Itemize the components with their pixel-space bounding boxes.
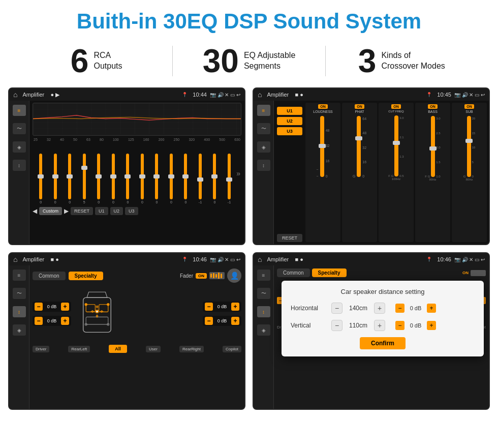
vertical-plus-button[interactable]: + [374, 320, 385, 331]
eq-slider-4[interactable]: 5 [77, 154, 92, 204]
freq-200: 200 [159, 138, 165, 141]
tab-specialty[interactable]: Specialty [69, 272, 103, 280]
freq-500: 500 [219, 138, 225, 141]
eq-slider-3[interactable]: 0 [63, 154, 77, 204]
app-name-1: Amplifier ● ▶ [22, 92, 179, 98]
amp-u2-button[interactable]: U2 [277, 117, 302, 125]
loudness-on-badge[interactable]: ON [318, 104, 328, 109]
dist-db-plus-1[interactable]: + [427, 304, 436, 313]
horizontal-minus-button[interactable]: − [331, 303, 343, 314]
spk-minus-rr[interactable]: − [205, 317, 213, 325]
amp-icon-speaker[interactable]: ◈ [257, 141, 270, 153]
eq-slider-2[interactable]: 0 [48, 154, 63, 204]
dist-icon-wave[interactable]: 〜 [257, 288, 270, 299]
amp-col-sub: ON SUB G 20151050 80Hz [452, 103, 487, 242]
spk-minus-fr[interactable]: − [205, 303, 213, 311]
horizontal-row: Horizontal − 140cm + − 0 dB + [291, 303, 475, 314]
eq-icon-equalizer[interactable]: ≡ [13, 105, 26, 116]
dist-db-plus-2[interactable]: + [427, 321, 436, 330]
spk-plus-fl[interactable]: + [61, 303, 69, 311]
spk-all-button[interactable]: All [109, 345, 127, 353]
eq-slider-7[interactable]: 0 [120, 154, 135, 204]
screen-speaker: ⌂ Amplifier ■ ● 📍 10:46 📷 🔊 ✕ ▭ ↩ ≡ 〜 ↕ … [8, 252, 245, 410]
home-icon-1[interactable]: ⌂ [13, 91, 17, 99]
eq-slider-11[interactable]: 0 [178, 154, 193, 204]
eq-slider-14[interactable]: -1 [222, 154, 237, 204]
spk-icon-arrows[interactable]: ↕ [13, 306, 26, 317]
sub-label: SUB [465, 110, 473, 113]
eq-icon-wave[interactable]: 〜 [13, 123, 26, 134]
eq-u2-button[interactable]: U2 [110, 207, 123, 215]
cutfreq-fader[interactable] [394, 115, 398, 176]
vertical-value: 110cm [346, 322, 371, 329]
home-icon-2[interactable]: ⌂ [258, 91, 262, 99]
fader-on-badge[interactable]: ON [196, 273, 207, 279]
cutfreq-on-badge[interactable]: ON [391, 104, 401, 109]
dist-icon-eq[interactable]: ≡ [257, 270, 270, 281]
eq-slider-5[interactable]: 0 [91, 154, 106, 204]
eq-prev-icon[interactable]: ◀ [33, 207, 37, 215]
dialog-title: Car speaker distance setting [291, 288, 475, 295]
amp-u-buttons: U1 U2 U3 RESET [274, 105, 305, 244]
eq-slider-6[interactable]: 0 [106, 154, 121, 204]
amp-icon-wave[interactable]: 〜 [257, 123, 270, 134]
eq-slider-10[interactable]: 0 [164, 154, 179, 204]
dist-db-minus-2[interactable]: − [395, 321, 404, 330]
loudness-fader[interactable] [320, 116, 324, 177]
home-icon-3[interactable]: ⌂ [13, 255, 17, 263]
user-avatar[interactable]: 👤 [227, 268, 241, 283]
bass-fader[interactable] [431, 116, 435, 177]
eq-next-icon[interactable]: ▶ [64, 207, 69, 215]
dist-db-minus-1[interactable]: − [395, 304, 404, 313]
sub-on-badge[interactable]: ON [464, 104, 474, 109]
spk-user-button[interactable]: User [146, 346, 161, 352]
amp-icon-eq[interactable]: ≡ [257, 105, 270, 116]
eq-slider-1[interactable]: 0 [34, 154, 48, 204]
distance-dialog: Car speaker distance setting Horizontal … [282, 281, 484, 356]
horizontal-plus-button[interactable]: + [374, 303, 385, 314]
amp-reset-button[interactable]: RESET [277, 234, 302, 242]
amp-icon-arrows[interactable]: ↕ [257, 160, 270, 171]
amp-u3-button[interactable]: U3 [277, 127, 302, 135]
app-name-2: Amplifier ■ ● [267, 92, 423, 98]
eq-u3-button[interactable]: U3 [125, 207, 138, 215]
stat-number-30: 30 [203, 45, 239, 77]
eq-u1-button[interactable]: U1 [95, 207, 108, 215]
spk-icon-speaker[interactable]: ◈ [13, 324, 26, 336]
dist-icon-arrows[interactable]: ↕ [257, 306, 270, 317]
eq-custom-button[interactable]: Custom [39, 207, 62, 215]
spk-minus-fl[interactable]: − [35, 303, 43, 311]
vertical-minus-button[interactable]: − [331, 320, 343, 331]
sub-fader[interactable] [467, 116, 471, 177]
bass-on-badge[interactable]: ON [428, 104, 438, 109]
spk-minus-rl[interactable]: − [35, 317, 43, 325]
eq-slider-8[interactable]: 0 [135, 154, 150, 204]
spk-icon-eq[interactable]: ≡ [13, 270, 26, 281]
eq-more-icon[interactable]: » [236, 169, 240, 177]
location-icon-3: 📍 [182, 257, 188, 262]
spk-rearright-button[interactable]: RearRight [179, 346, 204, 352]
tab-common[interactable]: Common [33, 272, 66, 280]
spk-icon-wave[interactable]: 〜 [13, 288, 26, 299]
eq-icon-arrows[interactable]: ↕ [13, 160, 26, 171]
spk-driver-button[interactable]: Driver [33, 346, 49, 352]
eq-slider-12[interactable]: -1 [193, 154, 208, 204]
svg-point-9 [84, 323, 87, 325]
spk-copilot-button[interactable]: Copilot [223, 346, 241, 352]
home-icon-4[interactable]: ⌂ [258, 255, 262, 263]
phat-on-badge[interactable]: ON [355, 104, 364, 109]
spk-plus-fr[interactable]: + [231, 303, 239, 311]
eq-icon-speaker[interactable]: ◈ [13, 141, 26, 153]
spk-plus-rl[interactable]: + [61, 317, 69, 325]
phat-fader[interactable] [357, 116, 361, 177]
eq-reset-button[interactable]: RESET [71, 207, 93, 215]
amp-u1-button[interactable]: U1 [277, 107, 302, 115]
eq-main: 25 32 40 50 63 80 100 125 160 200 250 32… [29, 101, 244, 244]
confirm-button[interactable]: Confirm [360, 337, 406, 349]
spk-plus-rr[interactable]: + [231, 317, 239, 325]
eq-slider-9[interactable]: 0 [149, 154, 164, 204]
dist-icon-speaker[interactable]: ◈ [257, 324, 270, 336]
eq-slider-13[interactable]: 0 [207, 154, 222, 204]
status-bar-2: ⌂ Amplifier ■ ● 📍 10:45 📷 🔊 ✕ ▭ ↩ [254, 88, 489, 101]
spk-rearleft-button[interactable]: RearLeft [68, 346, 90, 352]
